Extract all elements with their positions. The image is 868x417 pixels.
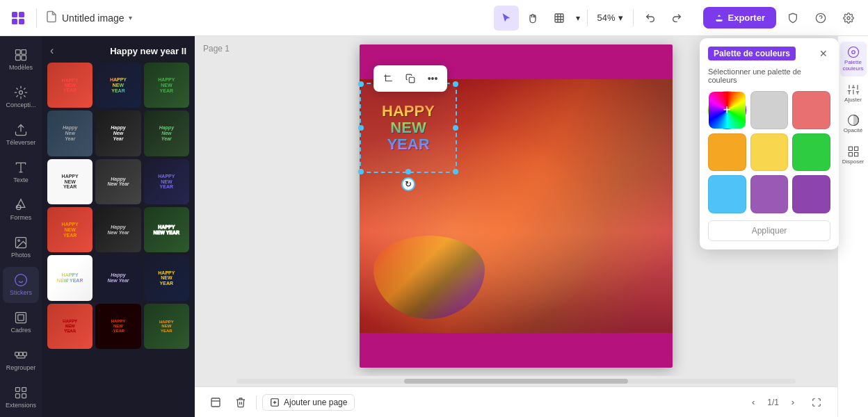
sidebar-item-extensions[interactable]: Extensions bbox=[3, 379, 39, 416]
cp-swatch-violet[interactable] bbox=[792, 175, 830, 213]
svg-rect-19 bbox=[16, 313, 26, 323]
cp-swatch-green[interactable] bbox=[792, 133, 830, 172]
sidebar-item-texte[interactable]: Texte bbox=[3, 154, 39, 190]
cp-apply-button[interactable]: Appliquer bbox=[708, 220, 830, 241]
sidebar-item-stickers[interactable]: Stickers bbox=[3, 267, 39, 303]
handle-mr[interactable] bbox=[453, 125, 458, 131]
right-panel-palette[interactable]: Palettecouleurs bbox=[840, 42, 867, 76]
panel-title: Happy new year II bbox=[110, 46, 186, 56]
sticker-item[interactable]: HAPPYNEWYEAR bbox=[144, 63, 189, 108]
right-panel: Palettecouleurs Ajuster Opacité Disposer bbox=[837, 36, 868, 417]
rotate-handle[interactable]: ↻ bbox=[401, 177, 415, 191]
handle-bm[interactable] bbox=[405, 169, 411, 174]
resize-tool-button[interactable] bbox=[547, 6, 572, 31]
sticker-inner: HAPPYNEWYEAR bbox=[361, 84, 456, 172]
app-logo[interactable] bbox=[8, 8, 28, 28]
help-icon-btn[interactable] bbox=[810, 7, 832, 29]
svg-point-6 bbox=[847, 17, 850, 19]
cp-swatch-yellow[interactable] bbox=[750, 133, 789, 172]
settings-icon-btn[interactable] bbox=[837, 7, 860, 29]
cp-swatch-gray[interactable] bbox=[750, 91, 789, 129]
undo-button[interactable] bbox=[638, 6, 663, 31]
sticker-item[interactable]: HappyNew Year bbox=[95, 255, 140, 300]
file-menu[interactable]: Untitled image ▾ bbox=[45, 10, 132, 26]
crop-button[interactable] bbox=[378, 68, 399, 89]
next-page-button[interactable]: › bbox=[785, 394, 801, 411]
cp-swatch-salmon[interactable] bbox=[792, 91, 830, 129]
sidebar-item-televerser[interactable]: Téleverser bbox=[3, 117, 39, 153]
more-options-button[interactable]: ••• bbox=[422, 68, 443, 89]
canvas[interactable]: HAPPYNEWYEAR ↻ bbox=[360, 44, 673, 368]
sidebar-item-cadres[interactable]: Cadres bbox=[3, 304, 39, 341]
right-panel-disposer-label: Disposer bbox=[842, 159, 865, 165]
handle-tr[interactable] bbox=[453, 81, 458, 87]
trash-btn[interactable] bbox=[231, 393, 250, 412]
svg-rect-23 bbox=[23, 352, 26, 356]
sticker-item[interactable]: HAPPYNEWYEAR bbox=[47, 207, 93, 252]
svg-rect-31 bbox=[409, 77, 415, 83]
duplicate-button[interactable] bbox=[400, 68, 421, 89]
sticker-item[interactable]: HappyNewYear bbox=[47, 111, 93, 156]
sticker-item[interactable]: HAPPYNEW YEAR bbox=[47, 255, 93, 300]
sticker-item[interactable]: HAPPYNEWYEAR bbox=[95, 63, 140, 108]
topbar-divider bbox=[36, 8, 37, 28]
sticker-item[interactable]: HappyNew Year bbox=[95, 159, 140, 204]
cp-swatch-purple[interactable] bbox=[750, 175, 789, 213]
prev-page-button[interactable]: ‹ bbox=[745, 394, 762, 411]
resize-dropdown[interactable]: ▾ bbox=[576, 13, 580, 23]
topbar: Untitled image ▾ ▾ 54% ▾ bbox=[0, 0, 868, 36]
sticker-item[interactable]: HappyNewYear bbox=[95, 111, 140, 156]
bottom-bar: Ajouter une page ‹ 1/1 › bbox=[195, 386, 837, 417]
right-panel-ajuster[interactable]: Ajuster bbox=[840, 79, 867, 108]
sidebar-item-regrouper[interactable]: Regrouper bbox=[3, 342, 39, 378]
horizontal-scrollbar[interactable] bbox=[236, 379, 796, 384]
sticker-item[interactable]: HAPPYNEW YEAR bbox=[144, 207, 189, 252]
sidebar-photos-label: Photos bbox=[11, 252, 31, 259]
handle-br[interactable] bbox=[453, 169, 458, 174]
handle-tl[interactable] bbox=[358, 81, 364, 87]
hand-tool-button[interactable] bbox=[520, 6, 545, 31]
sticker-item[interactable]: HAPPYNEWYEAR bbox=[144, 255, 189, 300]
expand-button[interactable] bbox=[807, 393, 826, 412]
bb-divider bbox=[256, 395, 257, 409]
cp-swatches-grid: + bbox=[708, 91, 830, 213]
add-page-button[interactable]: Ajouter une page bbox=[262, 394, 355, 411]
zoom-control[interactable]: 54% ▾ bbox=[592, 10, 629, 26]
sidebar-item-photos[interactable]: Photos bbox=[3, 229, 39, 265]
sticker-item[interactable]: HappyNew Year bbox=[95, 207, 140, 252]
cp-swatch-sky[interactable] bbox=[708, 175, 746, 213]
svg-rect-21 bbox=[15, 352, 19, 356]
sticker-panel: ‹ Happy new year II HAPPYNEWYEAR HAPPYNE… bbox=[42, 36, 195, 417]
cp-title: Palette de couleurs bbox=[708, 47, 796, 60]
sidebar-item-formes[interactable]: Formes bbox=[3, 192, 39, 228]
sticker-item[interactable]: HAPPYNEWYEAR bbox=[47, 304, 93, 349]
add-page-icon-btn[interactable] bbox=[206, 393, 225, 412]
svg-rect-7 bbox=[16, 50, 21, 55]
security-icon-btn[interactable] bbox=[782, 7, 804, 29]
right-panel-opacite[interactable]: Opacité bbox=[840, 110, 867, 138]
cp-swatch-wheel[interactable]: + bbox=[708, 91, 746, 129]
sidebar-item-conception[interactable]: Concepti... bbox=[3, 79, 39, 115]
panel-back-button[interactable]: ‹ bbox=[50, 44, 54, 57]
select-tool-button[interactable] bbox=[494, 6, 519, 31]
export-button[interactable]: Exporter bbox=[703, 7, 776, 28]
sidebar-stickers-label: Stickers bbox=[10, 289, 32, 297]
cp-close-button[interactable]: ✕ bbox=[817, 47, 830, 60]
sticker-text: HAPPYNEWYEAR bbox=[379, 100, 437, 156]
scrollbar-thumb[interactable] bbox=[404, 379, 628, 384]
sidebar-item-modeles[interactable]: Modèles bbox=[3, 42, 39, 78]
sticker-item[interactable]: HAPPYNEWYEAR bbox=[144, 304, 189, 349]
sticker-item[interactable]: HAPPYNEWYEAR bbox=[144, 159, 189, 204]
handle-bl[interactable] bbox=[358, 169, 364, 174]
redo-button[interactable] bbox=[664, 6, 689, 31]
wheel-plus-icon: + bbox=[723, 102, 731, 118]
handle-ml[interactable] bbox=[358, 125, 364, 131]
sticker-item[interactable]: HAPPYNEWYEAR bbox=[47, 159, 93, 204]
sticker-item[interactable]: HAPPYNEWYEAR bbox=[47, 63, 93, 108]
canvas-sticker-selected[interactable]: HAPPYNEWYEAR ↻ bbox=[360, 83, 457, 173]
right-panel-disposer[interactable]: Disposer bbox=[840, 141, 867, 170]
sticker-item[interactable]: HAPPYNEW·YEAR bbox=[95, 304, 140, 349]
cp-swatch-orange[interactable] bbox=[708, 133, 746, 172]
sticker-item[interactable]: HappyNewYear bbox=[144, 111, 189, 156]
svg-rect-52 bbox=[854, 153, 858, 156]
